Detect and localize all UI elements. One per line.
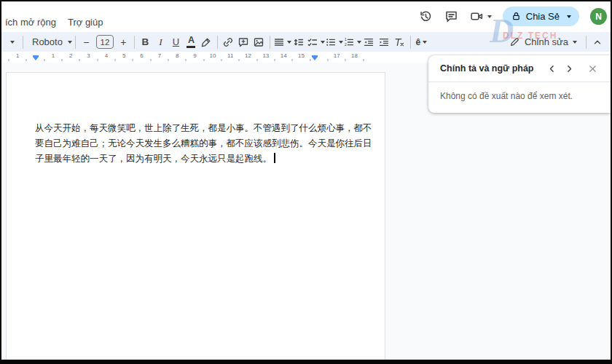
decrease-indent-button[interactable] [361,33,377,51]
menu-items: ích mở rộng Trợ giúp [5,17,103,28]
text-line: 从今天开始，每天微笑吧，世上除了生死，都是小事。不管遇到了什么烦心事，都不 [35,121,372,136]
ruler-number: 1 [52,52,55,59]
font-size-input[interactable]: 12 [96,35,114,49]
toolbar-divider [410,36,411,49]
ruler-tick [186,59,187,61]
increase-indent-icon [378,36,390,48]
text-cursor [274,153,275,163]
ruler-number: 4 [105,52,108,59]
next-suggestion-button[interactable] [562,61,576,76]
chevron-right-icon [565,64,574,74]
link-icon [222,36,234,48]
ruler-tick [256,59,257,61]
spelling-panel-title: Chính tả và ngữ pháp [440,63,541,74]
video-call-icon [470,9,484,23]
underline-button[interactable]: U [168,33,184,51]
align-button[interactable] [273,33,291,51]
highlighter-icon [200,36,212,48]
numbered-list-button[interactable]: 1 2 [343,33,361,51]
menu-item-extensions[interactable]: ích mở rộng [5,17,56,28]
ruler-indent-marker[interactable] [33,57,39,60]
ruler-tick [275,59,275,61]
styles-overflow-button[interactable] [4,33,20,51]
ruler-number: 17 [334,52,340,59]
ruler-tick [133,59,133,61]
ruler-tick [9,59,9,61]
clear-formatting-icon [393,36,405,48]
text-line: 要自己为难自己；无论今天发生多么糟糕的事，都不应该感到悲伤。今天是你往后日 [35,136,372,151]
chevron-down-icon [68,41,72,44]
close-panel-button[interactable] [585,61,600,76]
account-avatar[interactable]: N [590,8,607,25]
toolbar-divider [23,36,23,49]
toolbar-divider [586,36,586,49]
insert-image-button[interactable] [251,33,267,51]
ruler-tick [310,59,310,61]
bulleted-list-button[interactable] [325,33,343,51]
ruler-tick [221,59,222,61]
svg-text:1: 1 [345,37,347,41]
bulleted-list-icon [325,36,337,48]
ruler-tick [150,59,151,61]
ruler-tick [203,59,204,61]
add-comment-button[interactable] [236,33,251,51]
input-tools-button[interactable]: ê [414,33,429,51]
comments-icon [444,9,458,23]
join-call-button[interactable] [470,9,492,23]
ruler-tick [168,59,169,61]
decrease-indent-icon [363,36,374,48]
increase-indent-button[interactable] [377,33,392,51]
decrease-font-size-button[interactable]: − [79,33,94,51]
svg-text:2: 2 [345,42,347,47]
share-button[interactable]: Chia Sẻ [503,7,579,26]
spelling-grammar-panel: Chính tả và ngữ pháp Không có đề xuất nà… [428,55,611,113]
highlight-color-button[interactable] [199,33,214,51]
clear-formatting-button[interactable] [392,33,407,51]
bold-button[interactable]: B [138,33,153,51]
ruler-indent-marker[interactable] [312,57,318,60]
ruler-number: 10 [209,52,216,59]
italic-button[interactable]: I [153,33,168,51]
checklist-button[interactable] [307,33,325,51]
ruler-number: 15 [298,52,305,59]
history-icon [419,9,433,23]
ruler-tick [44,59,44,61]
ruler-number: 1 [16,52,19,59]
collapse-toolbar-icon [592,37,603,47]
font-family-select[interactable]: Roboto [26,33,72,51]
previous-suggestion-button[interactable] [544,61,559,76]
toolbar-divider [134,36,135,49]
editing-mode-button[interactable]: Chỉnh sửa [503,33,583,51]
spelling-panel-header: Chính tả và ngữ pháp [428,55,611,82]
line-spacing-button[interactable] [291,33,307,51]
font-family-value: Roboto [26,36,66,47]
menu-item-help[interactable]: Trợ giúp [68,17,103,28]
ruler-tick [363,59,364,61]
ruler-number: 9 [193,52,196,59]
hide-menus-button[interactable] [589,33,605,51]
version-history-button[interactable] [419,9,434,24]
ruler-number: 2 [69,52,72,59]
chevron-down-icon [487,15,492,18]
share-button-label: Chia Sẻ [526,11,560,22]
toolbar-divider [217,36,218,49]
ruler-tick [239,59,240,61]
ruler-number: 18 [351,52,358,59]
ruler-tick [328,59,329,61]
open-comments-button[interactable] [444,9,459,24]
align-justify-icon [273,36,285,48]
spelling-panel-message: Không có đề xuất nào để xem xét. [428,82,611,110]
ruler-tick [62,59,63,61]
increase-font-size-button[interactable]: + [116,33,131,51]
insert-link-button[interactable] [221,33,236,51]
ruler-tick [345,59,346,61]
add-comment-icon [238,36,249,48]
ruler-number: 6 [140,52,143,59]
checklist-icon [307,36,318,48]
chevron-left-icon [547,64,557,74]
ruler-number: 5 [122,52,125,59]
chevron-down-icon [573,41,577,44]
document-page[interactable]: 从今天开始，每天微笑吧，世上除了生死，都是小事。不管遇到了什么烦心事，都不 要自… [6,72,385,361]
text-color-button[interactable]: A [184,33,199,51]
ruler-number: 7 [158,52,161,59]
